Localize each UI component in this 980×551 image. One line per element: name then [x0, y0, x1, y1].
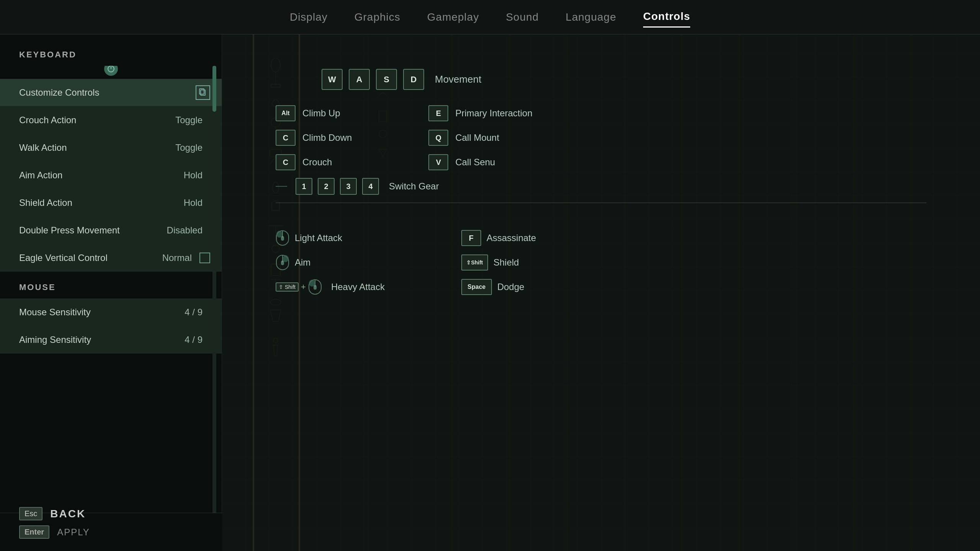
customize-controls-label: Customize Controls [19, 87, 196, 98]
shield-action-value: Hold [184, 197, 203, 208]
v-key: V [428, 154, 448, 170]
aim-action-label: Aim Action [19, 170, 184, 181]
climb-up-control: Alt Climb Up [276, 105, 352, 121]
e-key: E [428, 105, 448, 121]
back-label: BACK [50, 508, 86, 520]
movement-row: W A S D Movement [322, 69, 949, 90]
assassinate-control: F Assassinate [461, 230, 536, 246]
attack-section: Light Attack Aim [276, 230, 949, 295]
wasd-s-key: S [376, 69, 397, 90]
gear-key-4: 4 [362, 178, 379, 195]
gear-key-3: 3 [340, 178, 357, 195]
aiming-sensitivity-label: Aiming Sensitivity [19, 334, 185, 345]
walk-action-value: Toggle [175, 142, 203, 153]
back-key-badge: Esc [19, 507, 42, 520]
call-mount-control: Q Call Mount [428, 130, 532, 146]
call-mount-label: Call Mount [455, 132, 499, 143]
scrollbar[interactable] [212, 66, 216, 551]
gear-row: 1 2 3 4 Switch Gear [276, 178, 949, 195]
settings-scroll-container[interactable]: Customize Controls Crouch Action Toggle … [0, 66, 222, 551]
eagle-vertical-control-row[interactable]: Eagle Vertical Control Normal [0, 244, 222, 272]
gear-line-left [276, 186, 287, 187]
light-attack-label: Light Attack [295, 233, 342, 243]
nav-gameplay[interactable]: Gameplay [427, 7, 479, 27]
eagle-vertical-label: Eagle Vertical Control [19, 253, 162, 263]
scrollbar-thumb[interactable] [212, 66, 216, 112]
mouse-sensitivity-value: 4 / 9 [185, 307, 203, 318]
customize-controls-row[interactable]: Customize Controls [0, 79, 222, 106]
aim-action-value: Hold [184, 170, 203, 181]
crouch-label: Crouch [302, 157, 332, 168]
attack-right-column: F Assassinate ⇧Shift Shield Space Dodge [461, 230, 536, 295]
left-panel: KEYBOARD Customize Controls [0, 34, 222, 551]
heavy-attack-control: ⇧Shift + Heavy Attack [276, 279, 385, 295]
keyboard-section-label: KEYBOARD [0, 50, 222, 66]
wasd-a-key: A [349, 69, 370, 90]
call-senu-control: V Call Senu [428, 154, 532, 170]
c-key-climb: C [276, 130, 296, 146]
double-press-movement-row[interactable]: Double Press Movement Disabled [0, 217, 222, 244]
main-content: KEYBOARD Customize Controls [0, 34, 980, 551]
mouse-sensitivity-label: Mouse Sensitivity [19, 307, 185, 318]
nav-sound[interactable]: Sound [506, 7, 539, 27]
call-senu-label: Call Senu [455, 157, 495, 168]
controls-grid: Alt Climb Up C Climb Down C Crouch [276, 105, 949, 170]
aim-action-row[interactable]: Aim Action Hold [0, 161, 222, 189]
switch-gear-label: Switch Gear [389, 181, 439, 192]
light-attack-control: Light Attack [276, 230, 385, 246]
walk-action-row[interactable]: Walk Action Toggle [0, 134, 222, 161]
aim-label: Aim [295, 257, 310, 268]
shield-label: Shield [493, 257, 519, 268]
primary-interaction-control: E Primary Interaction [428, 105, 532, 121]
mouse-left-icon [276, 230, 289, 246]
shield-action-row[interactable]: Shield Action Hold [0, 189, 222, 217]
mouse-right-icon [276, 254, 289, 271]
dodge-label: Dodge [497, 282, 524, 292]
nav-language[interactable]: Language [565, 7, 616, 27]
eagle-vertical-value: Normal [162, 253, 192, 263]
dodge-control: Space Dodge [461, 279, 536, 295]
section-divider [276, 202, 926, 203]
plus-icon: + [301, 282, 306, 292]
assassinate-label: Assassinate [487, 233, 536, 243]
alt-key: Alt [276, 105, 296, 121]
aim-control: Aim [276, 254, 385, 271]
crouch-action-row[interactable]: Crouch Action Toggle [0, 106, 222, 134]
walk-action-label: Walk Action [19, 142, 175, 153]
eagle-vertical-checkbox[interactable] [199, 253, 210, 263]
apply-key-badge: Enter [19, 525, 49, 539]
svg-rect-41 [314, 285, 317, 290]
shift-key: ⇧Shift [461, 254, 488, 271]
controls-overlay: W A S D Movement Alt Climb Up C [222, 34, 980, 551]
aiming-sensitivity-row[interactable]: Aiming Sensitivity 4 / 9 [0, 326, 222, 354]
attack-left-column: Light Attack Aim [276, 230, 385, 295]
q-key: Q [428, 130, 448, 146]
double-press-value: Disabled [167, 225, 203, 236]
primary-interaction-label: Primary Interaction [455, 108, 532, 119]
top-navigation: Display Graphics Gameplay Sound Language… [0, 0, 980, 34]
gear-key-2: 2 [318, 178, 335, 195]
combo-badge: ⇧Shift + [276, 279, 322, 295]
back-button-area[interactable]: Esc BACK [19, 507, 86, 520]
copy-icon[interactable] [196, 85, 210, 100]
aiming-sensitivity-value: 4 / 9 [185, 334, 203, 345]
wasd-d-key: D [403, 69, 424, 90]
shift-key-badge: ⇧Shift [276, 282, 299, 292]
nav-graphics[interactable]: Graphics [354, 7, 400, 27]
c-key-crouch: C [276, 154, 296, 170]
crouch-control: C Crouch [276, 154, 352, 170]
navigation-right-column: E Primary Interaction Q Call Mount V Cal… [428, 105, 532, 170]
gear-key-1: 1 [296, 178, 312, 195]
mouse-left-heavy-icon [308, 279, 322, 295]
f-key: F [461, 230, 481, 246]
crouch-action-value: Toggle [175, 115, 203, 126]
nav-display[interactable]: Display [290, 7, 328, 27]
movement-label: Movement [435, 73, 481, 85]
navigation-left-column: Alt Climb Up C Climb Down C Crouch [276, 105, 352, 170]
nav-controls[interactable]: Controls [643, 7, 690, 28]
right-panel: W A S D Movement Alt Climb Up C [222, 34, 980, 551]
mouse-section-label: MOUSE [0, 272, 222, 298]
climb-up-label: Climb Up [302, 108, 340, 119]
mouse-sensitivity-row[interactable]: Mouse Sensitivity 4 / 9 [0, 298, 222, 326]
wasd-w-key: W [322, 69, 343, 90]
